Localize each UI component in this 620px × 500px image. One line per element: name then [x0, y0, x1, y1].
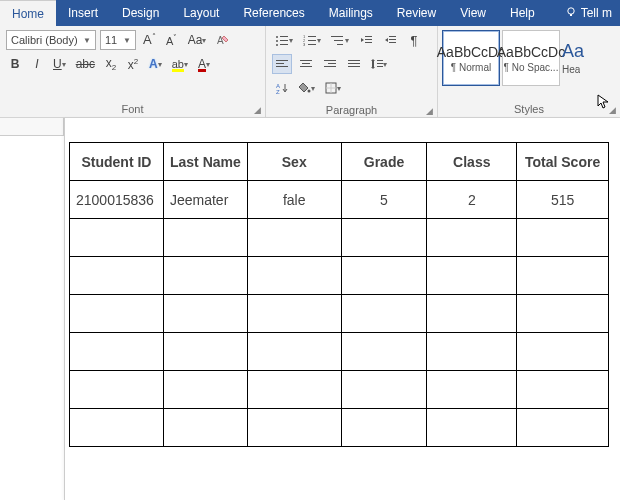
table-cell[interactable] [427, 295, 517, 333]
decrease-indent-button[interactable] [356, 30, 376, 50]
tab-insert[interactable]: Insert [56, 0, 110, 26]
style-normal[interactable]: AaBbCcDc ¶ Normal [442, 30, 500, 86]
col-header-grade[interactable]: Grade [341, 143, 427, 181]
justify-button[interactable] [344, 54, 364, 74]
italic-button[interactable]: I [28, 54, 46, 74]
style-heading[interactable]: Aa Hea [562, 30, 602, 86]
highlight-button[interactable]: ab▾ [169, 54, 191, 74]
font-name-combo[interactable]: Calibri (Body)▼ [6, 30, 96, 50]
col-header-class[interactable]: Class [427, 143, 517, 181]
table-cell[interactable] [247, 295, 341, 333]
document-page[interactable]: Student ID Last Name Sex Grade Class Tot… [64, 118, 620, 500]
table-cell[interactable] [341, 257, 427, 295]
table-cell[interactable] [517, 257, 609, 295]
borders-button[interactable]: ▾ [322, 78, 344, 98]
strikethrough-button[interactable]: abc [73, 54, 98, 74]
table-header-row[interactable]: Student ID Last Name Sex Grade Class Tot… [70, 143, 609, 181]
table-cell[interactable] [517, 295, 609, 333]
col-header-student-id[interactable]: Student ID [70, 143, 164, 181]
table-cell[interactable] [341, 371, 427, 409]
table-cell[interactable] [427, 333, 517, 371]
col-header-sex[interactable]: Sex [247, 143, 341, 181]
table-cell[interactable] [517, 371, 609, 409]
table-cell[interactable]: 5 [341, 181, 427, 219]
table-cell[interactable]: 515 [517, 181, 609, 219]
table-cell[interactable] [163, 371, 247, 409]
col-header-total-score[interactable]: Total Score [517, 143, 609, 181]
underline-button[interactable]: U▾ [50, 54, 69, 74]
table-cell[interactable] [247, 219, 341, 257]
tab-help[interactable]: Help [498, 0, 547, 26]
font-dialog-launcher[interactable]: ◢ [254, 105, 261, 115]
table-cell[interactable] [70, 409, 164, 447]
table-cell[interactable] [70, 257, 164, 295]
paragraph-dialog-launcher[interactable]: ◢ [426, 106, 433, 116]
table-cell[interactable] [163, 295, 247, 333]
table-row[interactable] [70, 371, 609, 409]
bullets-button[interactable]: ▾ [272, 30, 296, 50]
table-cell[interactable] [517, 219, 609, 257]
align-left-button[interactable] [272, 54, 292, 74]
table-cell[interactable] [163, 219, 247, 257]
table-cell[interactable] [247, 333, 341, 371]
table-cell[interactable] [427, 409, 517, 447]
text-effects-button[interactable]: A▾ [146, 54, 165, 74]
table-row[interactable] [70, 409, 609, 447]
table-cell[interactable] [247, 257, 341, 295]
table-cell[interactable] [163, 409, 247, 447]
table-cell[interactable] [427, 219, 517, 257]
numbering-button[interactable]: 123▾ [300, 30, 324, 50]
shading-button[interactable]: ▾ [296, 78, 318, 98]
table-cell[interactable] [427, 257, 517, 295]
change-case-button[interactable]: Aa▾ [185, 30, 210, 50]
table-cell[interactable]: fale [247, 181, 341, 219]
show-marks-button[interactable]: ¶ [404, 30, 424, 50]
style-no-spacing[interactable]: AaBbCcDc ¶ No Spac... [502, 30, 560, 86]
tab-references[interactable]: References [231, 0, 316, 26]
bold-button[interactable]: B [6, 54, 24, 74]
tab-design[interactable]: Design [110, 0, 171, 26]
table-row[interactable] [70, 295, 609, 333]
table-row[interactable]: 2100015836Jeematerfale52515 [70, 181, 609, 219]
grow-font-button[interactable]: A˄ [140, 30, 159, 50]
table-cell[interactable] [163, 257, 247, 295]
table-cell[interactable] [341, 333, 427, 371]
table-cell[interactable] [341, 409, 427, 447]
table-cell[interactable] [341, 219, 427, 257]
increase-indent-button[interactable] [380, 30, 400, 50]
tab-view[interactable]: View [448, 0, 498, 26]
table-row[interactable] [70, 219, 609, 257]
table-cell[interactable]: Jeemater [163, 181, 247, 219]
tab-review[interactable]: Review [385, 0, 448, 26]
table-row[interactable] [70, 257, 609, 295]
table-cell[interactable] [517, 409, 609, 447]
multilevel-list-button[interactable]: ▾ [328, 30, 352, 50]
sort-button[interactable]: AZ [272, 78, 292, 98]
subscript-button[interactable]: x2 [102, 54, 120, 74]
tell-me-search[interactable]: Tell m [557, 0, 620, 26]
table-cell[interactable] [70, 333, 164, 371]
clear-formatting-button[interactable]: A [213, 30, 233, 50]
table-cell[interactable] [70, 371, 164, 409]
table-cell[interactable] [247, 409, 341, 447]
table-cell[interactable] [247, 371, 341, 409]
align-right-button[interactable] [320, 54, 340, 74]
table-cell[interactable] [163, 333, 247, 371]
font-color-button[interactable]: A▾ [195, 54, 213, 74]
table-cell[interactable] [517, 333, 609, 371]
col-header-last-name[interactable]: Last Name [163, 143, 247, 181]
tab-layout[interactable]: Layout [171, 0, 231, 26]
tab-home[interactable]: Home [0, 0, 56, 26]
font-size-combo[interactable]: 11▼ [100, 30, 136, 50]
shrink-font-button[interactable]: A˅ [163, 30, 181, 50]
table-cell[interactable]: 2100015836 [70, 181, 164, 219]
line-spacing-button[interactable]: ▾ [368, 54, 390, 74]
student-table[interactable]: Student ID Last Name Sex Grade Class Tot… [69, 142, 609, 447]
align-center-button[interactable] [296, 54, 316, 74]
tab-mailings[interactable]: Mailings [317, 0, 385, 26]
table-cell[interactable] [427, 371, 517, 409]
superscript-button[interactable]: x2 [124, 54, 142, 74]
table-row[interactable] [70, 333, 609, 371]
table-cell[interactable] [341, 295, 427, 333]
table-cell[interactable]: 2 [427, 181, 517, 219]
